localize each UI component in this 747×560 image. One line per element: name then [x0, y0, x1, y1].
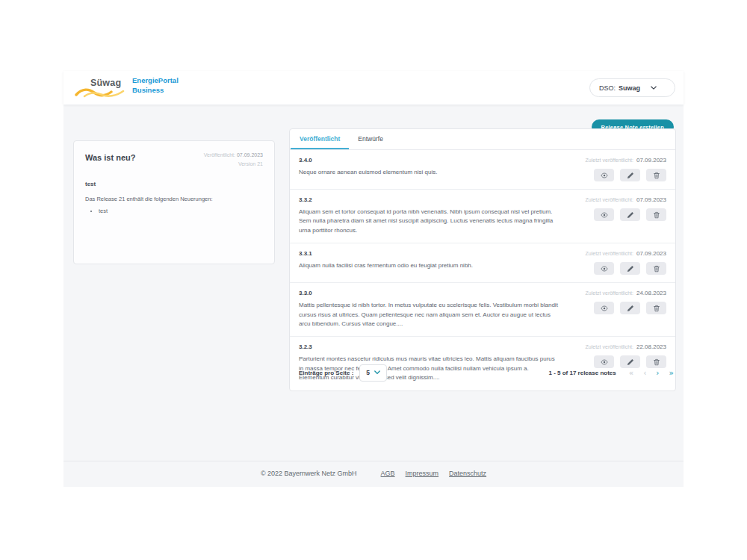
pagination-range-text: 1 - 5 of 17 release notes: [548, 370, 616, 376]
dso-label: DSO:: [599, 84, 616, 92]
logo-wave-icon: [74, 87, 131, 99]
suewag-logo: Süwag: [74, 75, 132, 100]
release-note-date-line: Zuletzt veröffentlicht: 07.09.2023: [586, 157, 666, 164]
pencil-icon: [627, 305, 634, 312]
edit-button[interactable]: [620, 262, 640, 275]
release-note-row: 3.4.0 Neque ornare aenean euismod elemen…: [290, 150, 675, 190]
app-header: Süwag EnergiePortal Business DSO: Suwag: [63, 71, 684, 105]
page: Süwag EnergiePortal Business DSO: Suwag …: [0, 0, 747, 560]
release-note-version: 3.3.2: [299, 196, 559, 203]
whats-new-bullet-list: test: [85, 208, 263, 214]
release-note-row: 3.3.2 Aliquam sem et tortor consequat id…: [290, 190, 675, 243]
release-note-main: 3.4.0 Neque ornare aenean euismod elemen…: [299, 157, 437, 181]
trash-icon: [653, 305, 660, 312]
eye-icon: [601, 305, 608, 312]
footer-link[interactable]: Datenschutz: [449, 470, 486, 477]
delete-button[interactable]: [646, 169, 666, 181]
pagination-arrow[interactable]: «: [629, 369, 633, 377]
release-note-version: 3.3.0: [299, 290, 559, 296]
release-note-text: Neque ornare aenean euismod elementum ni…: [299, 168, 437, 177]
app-footer: © 2022 Bayernwerk Netz GmbH AGB Impressu…: [63, 461, 684, 485]
edit-button[interactable]: [620, 208, 640, 221]
pagination-controls: « ‹ › »: [629, 369, 674, 377]
version-label: Version 21: [204, 160, 263, 169]
whats-new-subtitle: test: [85, 181, 263, 187]
release-note-text: Aliquam sem et tortor consequat id porta…: [299, 208, 559, 235]
view-button[interactable]: [594, 262, 614, 275]
release-note-side: Zuletzt veröffentlicht: 07.09.2023: [569, 196, 666, 235]
view-button[interactable]: [594, 169, 614, 181]
page-size-label: Einträge pro Seite :: [299, 370, 353, 376]
last-published-date: 07.09.2023: [636, 157, 666, 164]
release-note-date-line: Zuletzt veröffentlicht: 07.09.2023: [586, 196, 666, 203]
last-published-date: 07.09.2023: [636, 250, 666, 257]
last-published-label: Zuletzt veröffentlicht:: [586, 290, 633, 296]
release-note-date-line: Zuletzt veröffentlicht: 24.08.2023: [586, 290, 666, 296]
delete-button[interactable]: [646, 262, 666, 275]
pagination-arrow[interactable]: ‹: [643, 369, 646, 377]
release-notes-card: Veröffentlicht Entwürfe 3.4.0 Neque orna…: [289, 128, 676, 391]
release-note-side: Zuletzt veröffentlicht: 07.09.2023: [569, 250, 666, 275]
delete-button[interactable]: [646, 302, 666, 314]
trash-icon: [653, 172, 660, 179]
pagination-arrow[interactable]: ›: [656, 369, 659, 377]
release-note-date-line: Zuletzt veröffentlicht: 22.08.2023: [586, 343, 666, 350]
last-published-date: 24.08.2023: [636, 290, 666, 296]
pencil-icon: [627, 172, 634, 179]
whats-new-card: Was ist neu? Veröffentlicht: 07.09.2023 …: [73, 140, 275, 264]
release-note-main: 3.3.2 Aliquam sem et tortor consequat id…: [299, 196, 559, 235]
tab[interactable]: Entwürfe: [349, 129, 392, 149]
view-button[interactable]: [594, 208, 614, 221]
last-published-date: 07.09.2023: [636, 196, 666, 203]
whats-new-title: Was ist neu?: [85, 151, 135, 162]
pencil-icon: [627, 265, 634, 273]
dso-value: Suwag: [619, 84, 640, 92]
trash-icon: [653, 265, 660, 273]
pager: 1 - 5 of 17 release notes « ‹ › »: [548, 369, 674, 377]
view-button[interactable]: [594, 302, 614, 314]
last-published-label: Zuletzt veröffentlicht:: [586, 158, 633, 163]
release-note-version: 3.4.0: [299, 157, 437, 164]
page-size-control: Einträge pro Seite : 5: [299, 364, 387, 382]
release-note-version: 3.2.3: [299, 343, 559, 350]
published-date: 07.09.2023: [237, 152, 263, 158]
whats-new-meta: Veröffentlicht: 07.09.2023 Version 21: [204, 151, 263, 169]
pagination-row: Einträge pro Seite : 5 1 - 5 of 17 relea…: [299, 363, 674, 382]
published-label: Veröffentlicht:: [204, 152, 235, 158]
pagination-arrow[interactable]: »: [669, 369, 674, 377]
release-note-row: 3.3.1 Aliquam nulla facilisi cras fermen…: [290, 243, 675, 283]
footer-link[interactable]: AGB: [381, 470, 395, 477]
footer-links: AGB Impressum Datenschutz: [381, 470, 487, 477]
release-note-actions: [594, 169, 666, 181]
release-note-version: 3.3.1: [299, 250, 473, 257]
app-title: EnergiePortal Business: [132, 76, 179, 96]
page-size-select[interactable]: 5: [359, 364, 387, 382]
last-published-label: Zuletzt veröffentlicht:: [586, 197, 633, 202]
app-window: Süwag EnergiePortal Business DSO: Suwag …: [63, 71, 684, 487]
edit-button[interactable]: [620, 169, 640, 181]
eye-icon: [601, 172, 608, 179]
delete-button[interactable]: [646, 208, 666, 221]
release-note-actions: [594, 262, 666, 275]
edit-button[interactable]: [620, 302, 640, 314]
footer-link[interactable]: Impressum: [406, 470, 439, 477]
copyright-text: © 2022 Bayernwerk Netz GmbH: [261, 470, 357, 477]
whats-new-header: Was ist neu? Veröffentlicht: 07.09.2023 …: [85, 151, 263, 169]
release-notes-list: 3.4.0 Neque ornare aenean euismod elemen…: [290, 150, 675, 391]
release-note-main: 3.3.0 Mattis pellentesque id nibh tortor…: [299, 290, 559, 329]
app-title-line2: Business: [132, 86, 179, 96]
last-published-label: Zuletzt veröffentlicht:: [586, 344, 633, 349]
pencil-icon: [627, 211, 634, 219]
release-note-actions: [594, 208, 666, 221]
tab[interactable]: Veröffentlicht: [291, 129, 349, 149]
release-note-row: 3.3.0 Mattis pellentesque id nibh tortor…: [290, 283, 675, 337]
dso-selector[interactable]: DSO: Suwag: [589, 78, 675, 97]
published-line: Veröffentlicht: 07.09.2023: [204, 151, 263, 160]
whats-new-bullet: test: [99, 208, 263, 214]
whats-new-intro: Das Release 21 enthält die folgenden Neu…: [85, 196, 263, 202]
release-note-text: Mattis pellentesque id nibh tortor. In m…: [299, 301, 559, 329]
app-title-line1: EnergiePortal: [132, 76, 179, 86]
chevron-down-icon: [374, 370, 380, 375]
release-note-side: Zuletzt veröffentlicht: 07.09.2023: [569, 157, 666, 181]
release-note-side: Zuletzt veröffentlicht: 24.08.2023: [569, 290, 666, 329]
